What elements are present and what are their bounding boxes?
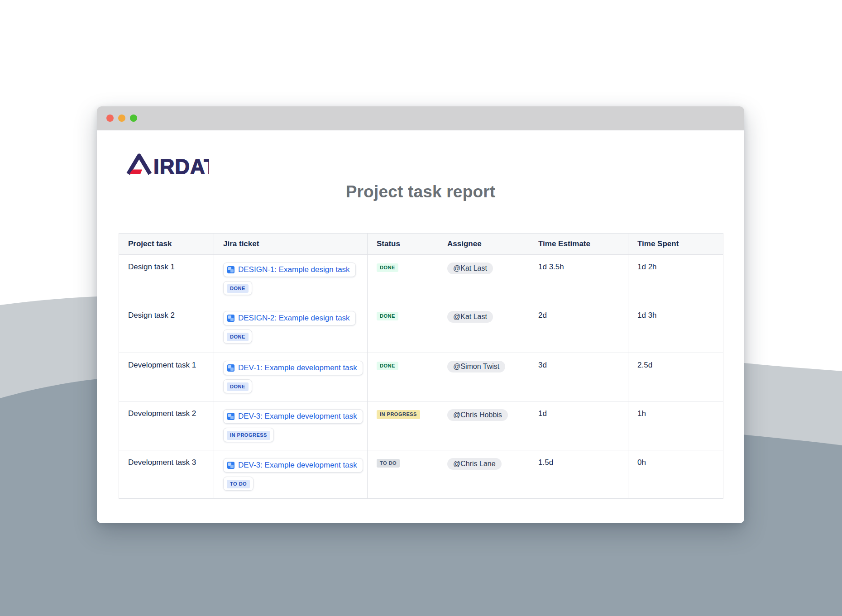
- time-spent-cell: 1d 2h: [628, 255, 723, 303]
- screenshot-canvas: IRDAT Project task report Project task J…: [0, 0, 842, 616]
- browser-window: IRDAT Project task report Project task J…: [97, 106, 744, 523]
- time-estimate-value: 1d: [538, 409, 547, 418]
- jira-ticket-link-label: DESIGN-1: Example design task: [238, 265, 350, 274]
- page-title: Project task report: [97, 182, 744, 201]
- status-lozenge: DONE: [377, 362, 398, 370]
- assignee-cell: @Chris Lane: [438, 450, 529, 498]
- close-window-icon[interactable]: [106, 115, 114, 122]
- assignee-mention[interactable]: @Simon Twist: [447, 361, 505, 372]
- jira-ticket-cell: DEV-3: Example development task TO DO: [214, 450, 368, 498]
- project-task-cell: Design task 2: [119, 303, 214, 353]
- time-estimate-value: 3d: [538, 361, 547, 369]
- jira-ticket-link[interactable]: DEV-3: Example development task: [223, 409, 363, 424]
- ticket-status-lozenge: TO DO: [227, 480, 250, 488]
- assignee-mention[interactable]: @Kat Last: [447, 311, 493, 323]
- time-spent-cell: 0h: [628, 450, 723, 498]
- jira-issue-icon: [227, 364, 234, 372]
- time-estimate-cell: 1d 3.5h: [529, 255, 628, 303]
- airdat-logo: IRDAT: [125, 152, 209, 176]
- jira-ticket-link-label: DEV-1: Example development task: [238, 363, 357, 372]
- col-header-time-spent: Time Spent: [628, 234, 723, 255]
- status-cell: DONE: [368, 255, 438, 303]
- jira-ticket-link[interactable]: DEV-3: Example development task: [223, 458, 363, 473]
- time-estimate-value: 1d 3.5h: [538, 263, 564, 271]
- jira-ticket-status-chip: IN PROGRESS: [223, 428, 274, 442]
- table-row: Development task 2 DEV-3: Example develo…: [119, 401, 723, 450]
- time-estimate-cell: 1d: [529, 401, 628, 450]
- ticket-status-lozenge: DONE: [227, 333, 249, 341]
- jira-ticket-status-chip: TO DO: [223, 477, 254, 491]
- time-spent-cell: 1d 3h: [628, 303, 723, 353]
- project-task-cell: Development task 2: [119, 401, 214, 450]
- time-spent-value: 1d 3h: [637, 311, 657, 320]
- project-task-label: Development task 2: [128, 409, 196, 418]
- project-task-label: Development task 1: [128, 361, 196, 369]
- jira-issue-icon: [227, 413, 234, 420]
- col-header-project-task: Project task: [119, 234, 214, 255]
- time-spent-cell: 2.5d: [628, 353, 723, 401]
- status-cell: DONE: [368, 353, 438, 401]
- time-spent-value: 1d 2h: [637, 263, 657, 271]
- time-spent-value: 2.5d: [637, 361, 652, 369]
- project-task-cell: Development task 1: [119, 353, 214, 401]
- jira-ticket-cell: DESIGN-1: Example design task DONE: [214, 255, 368, 303]
- assignee-mention[interactable]: @Chris Hobbis: [447, 409, 508, 421]
- jira-ticket-cell: DEV-1: Example development task DONE: [214, 353, 368, 401]
- project-task-cell: Design task 1: [119, 255, 214, 303]
- logo-wordmark: IRDAT: [153, 155, 209, 176]
- table-header-row: Project task Jira ticket Status Assignee…: [119, 234, 723, 255]
- status-cell: DONE: [368, 303, 438, 353]
- jira-ticket-link-label: DEV-3: Example development task: [238, 412, 357, 421]
- maximize-window-icon[interactable]: [130, 115, 137, 122]
- time-spent-value: 0h: [637, 458, 646, 467]
- jira-ticket-link[interactable]: DESIGN-2: Example design task: [223, 311, 356, 325]
- project-task-cell: Development task 3: [119, 450, 214, 498]
- jira-ticket-link-label: DESIGN-2: Example design task: [238, 314, 350, 323]
- time-estimate-cell: 2d: [529, 303, 628, 353]
- status-lozenge: DONE: [377, 263, 398, 272]
- table-row: Development task 1 DEV-1: Example develo…: [119, 353, 723, 401]
- assignee-mention[interactable]: @Chris Lane: [447, 458, 502, 470]
- jira-ticket-status-chip: DONE: [223, 379, 252, 393]
- jira-ticket-link[interactable]: DESIGN-1: Example design task: [223, 263, 356, 277]
- assignee-mention[interactable]: @Kat Last: [447, 263, 493, 274]
- assignee-cell: @Kat Last: [438, 303, 529, 353]
- table-row: Development task 3 DEV-3: Example develo…: [119, 450, 723, 498]
- time-spent-value: 1h: [637, 409, 646, 418]
- ticket-status-lozenge: IN PROGRESS: [227, 431, 270, 439]
- table-row: Design task 2 DESIGN-2: Example design t…: [119, 303, 723, 353]
- time-estimate-value: 2d: [538, 311, 547, 320]
- jira-issue-icon: [227, 315, 234, 322]
- project-task-table: Project task Jira ticket Status Assignee…: [119, 233, 723, 499]
- jira-ticket-cell: DEV-3: Example development task IN PROGR…: [214, 401, 368, 450]
- assignee-cell: @Simon Twist: [438, 353, 529, 401]
- status-lozenge: DONE: [377, 312, 398, 320]
- jira-ticket-link[interactable]: DEV-1: Example development task: [223, 361, 363, 375]
- time-estimate-cell: 3d: [529, 353, 628, 401]
- jira-issue-icon: [227, 266, 234, 273]
- jira-issue-icon: [227, 462, 234, 469]
- jira-ticket-cell: DESIGN-2: Example design task DONE: [214, 303, 368, 353]
- jira-ticket-status-chip: DONE: [223, 281, 252, 295]
- table-row: Design task 1 DESIGN-1: Example design t…: [119, 255, 723, 303]
- assignee-cell: @Kat Last: [438, 255, 529, 303]
- project-task-label: Design task 2: [128, 311, 175, 320]
- col-header-status: Status: [368, 234, 438, 255]
- time-estimate-cell: 1.5d: [529, 450, 628, 498]
- status-lozenge: IN PROGRESS: [377, 410, 420, 419]
- window-titlebar: [97, 106, 744, 130]
- time-spent-cell: 1h: [628, 401, 723, 450]
- ticket-status-lozenge: DONE: [227, 382, 249, 391]
- status-cell: IN PROGRESS: [368, 401, 438, 450]
- col-header-time-estimate: Time Estimate: [529, 234, 628, 255]
- time-estimate-value: 1.5d: [538, 458, 553, 467]
- minimize-window-icon[interactable]: [118, 115, 125, 122]
- ticket-status-lozenge: DONE: [227, 284, 249, 293]
- project-task-label: Development task 3: [128, 458, 196, 467]
- col-header-assignee: Assignee: [438, 234, 529, 255]
- status-lozenge: TO DO: [377, 459, 400, 468]
- jira-ticket-link-label: DEV-3: Example development task: [238, 461, 357, 470]
- jira-ticket-status-chip: DONE: [223, 329, 252, 344]
- status-cell: TO DO: [368, 450, 438, 498]
- col-header-jira-ticket: Jira ticket: [214, 234, 368, 255]
